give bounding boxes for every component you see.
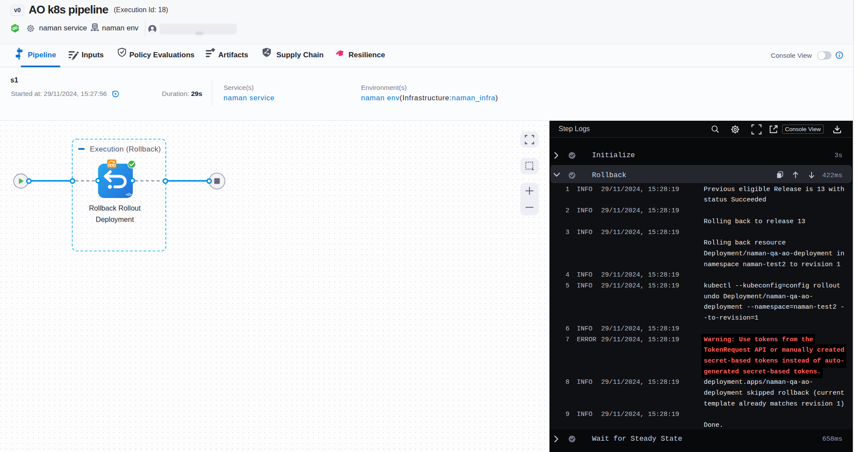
svg-text:</>: </>: [126, 192, 132, 197]
